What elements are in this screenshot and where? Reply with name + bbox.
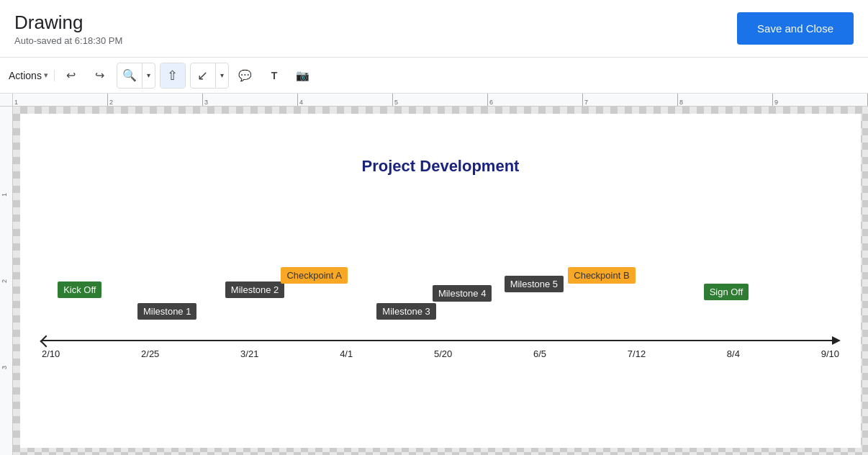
wordart-button[interactable]: T — [262, 63, 286, 88]
timeline-container: Project Development Kick Off Milestone 1… — [42, 157, 839, 426]
milestone4: Milestone 4 — [433, 285, 492, 302]
signoff-milestone: Sign Off — [704, 284, 749, 300]
ruler-tick: 7 — [583, 94, 678, 107]
drawing-canvas[interactable]: Project Development Kick Off Milestone 1… — [13, 107, 868, 455]
date-label: 9/10 — [821, 348, 839, 359]
ruler-tick: 1 — [13, 94, 108, 107]
milestone1: Milestone 1 — [137, 303, 196, 320]
line-button[interactable]: ↙ — [191, 63, 215, 88]
zoom-group: 🔍 ▾ — [117, 63, 155, 89]
select-button[interactable]: ⇧ — [161, 63, 185, 88]
checkpointb-milestone: Checkpoint B — [568, 267, 635, 284]
canvas-area: 1 2 3 4 5 6 7 8 9 1 2 3 Project Developm… — [0, 94, 868, 455]
date-label: 4/1 — [340, 348, 353, 359]
save-close-button[interactable]: Save and Close — [737, 12, 854, 45]
ruler-tick: 9 — [773, 94, 868, 107]
image-button[interactable]: 📷 — [291, 63, 315, 88]
ruler-tick: 4 — [298, 94, 393, 107]
ruler-tick: 3 — [203, 94, 298, 107]
redo-button[interactable]: ↪ — [88, 63, 112, 88]
actions-label: Actions — [9, 70, 42, 81]
ruler-side: 1 2 3 — [0, 107, 13, 455]
timeline-axis — [42, 340, 839, 341]
header-left: Drawing Auto-saved at 6:18:30 PM — [14, 12, 122, 46]
date-label: 3/21 — [240, 348, 258, 359]
zoom-button[interactable]: 🔍 — [117, 63, 142, 88]
ruler-tick: 8 — [678, 94, 773, 107]
ruler-corner — [0, 94, 13, 107]
autosave-status: Auto-saved at 6:18:30 PM — [14, 35, 122, 46]
line-chevron-icon[interactable]: ▾ — [215, 63, 228, 88]
header: Drawing Auto-saved at 6:18:30 PM Save an… — [0, 0, 868, 58]
date-label: 7/12 — [628, 348, 646, 359]
ruler-top: 1 2 3 4 5 6 7 8 9 — [13, 94, 868, 107]
line-group: ↙ ▾ — [190, 63, 229, 89]
milestone2: Milestone 2 — [225, 281, 284, 298]
milestone5: Milestone 5 — [505, 276, 564, 292]
actions-chevron-icon: ▾ — [44, 71, 48, 80]
kickoff-milestone: Kick Off — [58, 281, 101, 298]
milestone3: Milestone 3 — [376, 303, 435, 320]
zoom-chevron-icon[interactable]: ▾ — [142, 63, 155, 88]
ruler-ticks-top: 1 2 3 4 5 6 7 8 9 — [13, 94, 868, 107]
ruler-tick: 6 — [488, 94, 583, 107]
ruler-tick: 5 — [393, 94, 488, 107]
date-labels: 2/10 2/25 3/21 4/1 5/20 6/5 7/12 8/4 9/1… — [42, 348, 839, 359]
drawing-inner: Project Development Kick Off Milestone 1… — [20, 114, 861, 448]
date-label: 2/25 — [141, 348, 159, 359]
date-label: 6/5 — [533, 348, 546, 359]
comment-button[interactable]: 💬 — [233, 63, 258, 88]
date-label: 8/4 — [727, 348, 740, 359]
actions-menu[interactable]: Actions ▾ — [9, 70, 55, 81]
toolbar: Actions ▾ ↩ ↪ 🔍 ▾ ⇧ ↙ ▾ 💬 T 📷 — [0, 58, 868, 94]
select-group: ⇧ — [160, 63, 186, 89]
chart-title: Project Development — [42, 157, 839, 176]
date-label: 2/10 — [42, 348, 60, 359]
date-label: 5/20 — [434, 348, 452, 359]
undo-button[interactable]: ↩ — [59, 63, 83, 88]
app-title: Drawing — [14, 12, 122, 34]
ruler-tick: 2 — [108, 94, 203, 107]
checkpointa-milestone: Checkpoint A — [281, 267, 348, 284]
timeline-items: Kick Off Milestone 1 Milestone 2 Checkpo… — [42, 190, 839, 370]
